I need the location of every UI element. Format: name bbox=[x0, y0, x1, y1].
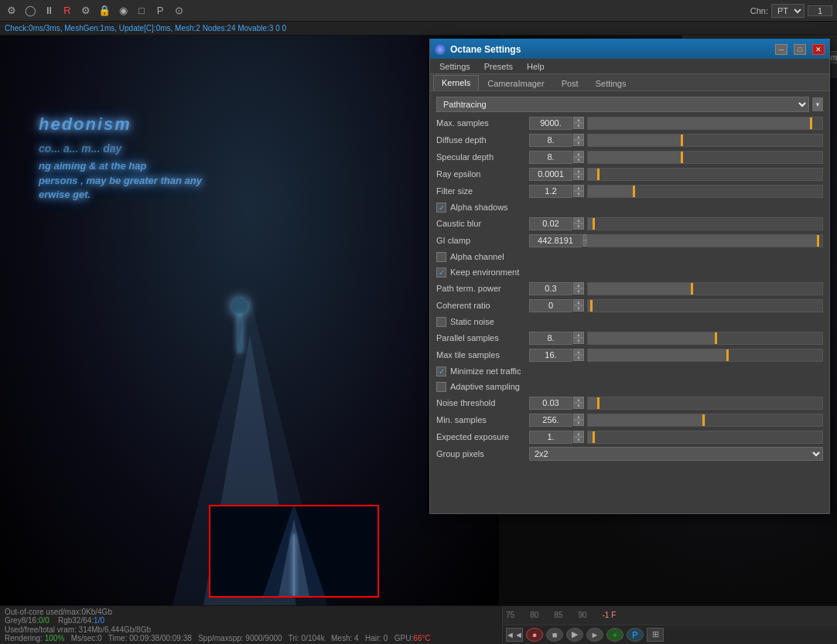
slider-path-term-power[interactable] bbox=[587, 282, 823, 295]
slider-max-tile-samples[interactable] bbox=[587, 349, 823, 362]
menu-settings[interactable]: Settings bbox=[433, 60, 477, 73]
dialog-close-button[interactable]: ✕ bbox=[812, 44, 825, 55]
tab-cameraimager[interactable]: CameraImager bbox=[479, 76, 552, 90]
chn-select[interactable]: PT bbox=[771, 4, 805, 18]
status-bar: Check:0ms/3ms, MeshGen:1ms, Update[C]:0m… bbox=[0, 22, 837, 36]
slider-max-samples[interactable] bbox=[587, 117, 823, 130]
toolbar-icon-pin[interactable]: P bbox=[153, 4, 167, 18]
input-min-samples[interactable] bbox=[529, 414, 572, 427]
slider-filter-size[interactable] bbox=[587, 185, 823, 198]
spin-noise-threshold[interactable]: ▲ ▼ bbox=[573, 397, 584, 409]
timeline-btn-stop[interactable]: ■ bbox=[546, 628, 563, 642]
chn-number[interactable] bbox=[808, 5, 832, 16]
toolbar-icon-sphere[interactable]: ◉ bbox=[116, 4, 130, 18]
value-ray-epsilon: ▲ ▼ bbox=[529, 168, 587, 181]
timeline-btn-record[interactable]: ● bbox=[526, 628, 543, 642]
tab-settings[interactable]: Settings bbox=[587, 76, 635, 90]
input-ray-epsilon[interactable] bbox=[529, 168, 572, 181]
input-noise-threshold[interactable] bbox=[529, 397, 572, 410]
spin-filter-size[interactable]: ▲ ▼ bbox=[573, 185, 584, 197]
toolbar-icon-lock[interactable]: 🔒 bbox=[97, 4, 111, 18]
timeline-btn-next[interactable]: ► bbox=[586, 628, 603, 642]
checkbox-minimize-net-traffic[interactable]: ✓ bbox=[436, 366, 446, 377]
spin-caustic-blur[interactable]: ▲ ▼ bbox=[573, 217, 584, 230]
toolbar-icon-pause[interactable]: ⏸ bbox=[42, 4, 56, 18]
spin-coherent-ratio[interactable]: ▲ ▼ bbox=[573, 299, 584, 312]
menu-presets[interactable]: Presets bbox=[478, 60, 519, 73]
toolbar-icon-settings[interactable]: ⚙ bbox=[79, 4, 93, 18]
checkbox-static-noise[interactable] bbox=[436, 317, 446, 327]
toolbar-icon-square[interactable]: □ bbox=[135, 4, 149, 18]
slider-expected-exposure[interactable] bbox=[587, 431, 823, 444]
select-group-pixels[interactable]: 2x2 1x1 4x4 bbox=[529, 447, 823, 461]
input-gi-clamp[interactable] bbox=[529, 234, 582, 247]
checkbox-keep-environment[interactable]: ✓ bbox=[436, 267, 446, 278]
value-caustic-blur: ▲ ▼ bbox=[529, 217, 587, 230]
input-filter-size[interactable] bbox=[529, 185, 572, 198]
scene-figure bbox=[209, 298, 271, 376]
tab-kernels[interactable]: Kernels bbox=[433, 75, 479, 90]
spin-diffuse-depth[interactable]: ▲ ▼ bbox=[573, 134, 584, 146]
dialog-titlebar[interactable]: Octane Settings ─ □ ✕ bbox=[430, 40, 829, 59]
timeline-btn-add[interactable]: + bbox=[606, 628, 623, 642]
dialog-maximize-button[interactable]: □ bbox=[794, 44, 806, 55]
input-path-term-power[interactable] bbox=[529, 282, 572, 295]
spin-max-tile-samples[interactable]: ▲ ▼ bbox=[573, 349, 584, 361]
spin-min-samples[interactable]: ▲ ▼ bbox=[573, 414, 584, 426]
input-expected-exposure[interactable] bbox=[529, 431, 572, 444]
value-noise-threshold: ▲ ▼ bbox=[529, 397, 587, 410]
spin-parallel-samples[interactable]: ▲ ▼ bbox=[573, 332, 584, 344]
slider-diffuse-depth[interactable] bbox=[587, 134, 823, 147]
kernel-row: Pathtracing ▼ bbox=[430, 94, 829, 114]
dialog-tabs: Kernels CameraImager Post Settings bbox=[430, 74, 829, 91]
toolbar-icon-record[interactable]: R bbox=[60, 4, 74, 18]
spin-max-samples[interactable]: ▲ ▼ bbox=[573, 117, 584, 129]
toolbar-icon-stop[interactable]: ◯ bbox=[23, 4, 37, 18]
spin-expected-exposure[interactable]: ▲ ▼ bbox=[573, 431, 584, 443]
slider-coherent-ratio[interactable] bbox=[587, 299, 823, 312]
spin-down[interactable]: ▼ bbox=[573, 123, 584, 129]
input-specular-depth[interactable] bbox=[529, 151, 572, 164]
slider-ray-epsilon[interactable] bbox=[587, 168, 823, 181]
timeline-btn-anim[interactable]: P bbox=[627, 628, 644, 642]
spin-specular-depth[interactable]: ▲ ▼ bbox=[573, 151, 584, 163]
tab-post[interactable]: Post bbox=[553, 76, 587, 90]
label-keep-environment: Keep environment bbox=[450, 267, 519, 277]
label-parallel-samples: Parallel samples bbox=[436, 333, 529, 342]
toolbar-icon-location[interactable]: ⊙ bbox=[172, 4, 186, 18]
label-gi-clamp: GI clamp bbox=[436, 236, 529, 245]
kernel-select[interactable]: Pathtracing bbox=[436, 97, 809, 112]
menu-help[interactable]: Help bbox=[521, 60, 551, 73]
slider-parallel-samples[interactable] bbox=[587, 332, 823, 345]
spin-up[interactable]: ▲ bbox=[573, 117, 584, 123]
dialog-icon bbox=[435, 44, 446, 55]
timeline-btn-prev[interactable]: ◄◄ bbox=[506, 628, 523, 642]
dialog-minimize-button[interactable]: ─ bbox=[775, 44, 787, 55]
spin-path-term-power[interactable]: ▲ ▼ bbox=[573, 282, 584, 295]
input-max-tile-samples[interactable] bbox=[529, 349, 572, 362]
value-expected-exposure: ▲ ▼ bbox=[529, 431, 587, 444]
checkbox-alpha-channel[interactable] bbox=[436, 252, 446, 262]
toolbar-icon-run[interactable]: ⚙ bbox=[5, 4, 19, 18]
timeline-btn-play[interactable]: ▶ bbox=[566, 628, 583, 642]
timeline-btn-grid[interactable]: ⊞ bbox=[647, 628, 664, 642]
row-min-samples: Min. samples ▲ ▼ bbox=[430, 411, 829, 428]
slider-noise-threshold[interactable] bbox=[587, 397, 823, 410]
slider-specular-depth[interactable] bbox=[587, 151, 823, 164]
row-path-term-power: Path term. power ▲ ▼ bbox=[430, 280, 829, 297]
checkbox-adaptive-sampling[interactable] bbox=[436, 382, 446, 392]
spin-ray-epsilon[interactable]: ▲ ▼ bbox=[573, 168, 584, 180]
dialog-title: Octane Settings bbox=[450, 44, 769, 55]
label-adaptive-sampling: Adaptive sampling bbox=[450, 382, 520, 391]
slider-caustic-blur[interactable] bbox=[587, 217, 823, 230]
checkbox-alpha-shadows[interactable]: ✓ bbox=[436, 203, 446, 213]
input-max-samples[interactable] bbox=[529, 117, 572, 130]
input-caustic-blur[interactable] bbox=[529, 217, 572, 230]
input-diffuse-depth[interactable] bbox=[529, 134, 572, 147]
slider-min-samples[interactable] bbox=[587, 414, 823, 427]
kernel-arrow[interactable]: ▼ bbox=[812, 97, 823, 111]
input-coherent-ratio[interactable] bbox=[529, 299, 572, 312]
slider-gi-clamp[interactable] bbox=[587, 234, 823, 247]
value-specular-depth: ▲ ▼ bbox=[529, 151, 587, 164]
input-parallel-samples[interactable] bbox=[529, 332, 572, 345]
